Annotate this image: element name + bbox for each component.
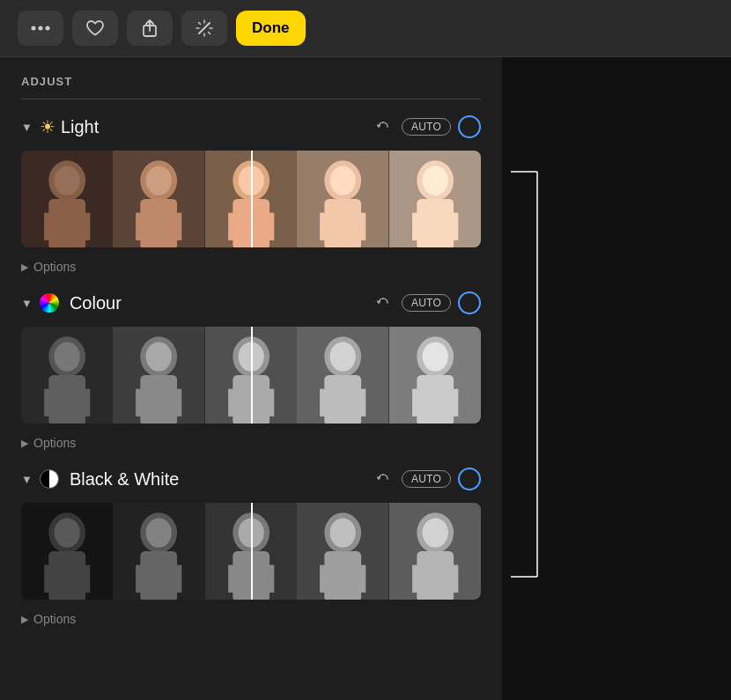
section-header-bw: ▼ Black & White AUTO — [21, 468, 481, 490]
share-button[interactable] — [127, 11, 173, 46]
thumb-bw-1[interactable] — [21, 503, 113, 600]
svg-rect-63 — [257, 389, 274, 416]
more-options-button[interactable] — [18, 11, 63, 46]
toggle-colour[interactable] — [458, 291, 481, 314]
options-bw[interactable]: ▶ Options — [21, 612, 481, 626]
section-title-light: Light — [61, 117, 366, 137]
options-bw-chevron: ▶ — [21, 614, 28, 625]
options-light[interactable]: ▶ Options — [21, 260, 481, 274]
thumb-colour-1[interactable] — [21, 327, 113, 424]
panel-title: ADJUST — [21, 75, 481, 88]
svg-rect-105 — [297, 503, 388, 600]
svg-point-1 — [39, 26, 43, 31]
options-bw-label: Options — [33, 612, 76, 626]
thumb-bw-2[interactable] — [113, 503, 204, 600]
reset-light-button[interactable] — [372, 115, 395, 138]
svg-line-9 — [199, 23, 201, 25]
svg-rect-29 — [257, 213, 274, 240]
svg-rect-51 — [21, 327, 113, 424]
options-colour[interactable]: ▶ Options — [21, 436, 481, 450]
section-header-colour: ▼ Colour AUTO — [21, 291, 481, 314]
thumb-bw-4[interactable] — [297, 503, 388, 600]
svg-rect-71 — [297, 327, 388, 424]
thumb-light-1[interactable] — [21, 151, 113, 247]
svg-rect-112 — [389, 503, 481, 600]
svg-rect-96 — [228, 565, 245, 593]
section-bw: ▼ Black & White AUTO — [21, 468, 481, 626]
thumb-light-4[interactable] — [297, 151, 388, 247]
svg-point-2 — [46, 26, 50, 31]
section-header-light: ▼ ☀ Light AUTO — [21, 115, 481, 138]
reset-bw-button[interactable] — [372, 468, 395, 490]
thumb-colour-2[interactable] — [113, 327, 204, 424]
section-controls-bw: AUTO — [372, 468, 481, 490]
options-colour-label: Options — [33, 436, 76, 450]
svg-point-0 — [32, 26, 36, 31]
chevron-light[interactable]: ▼ — [21, 121, 33, 134]
auto-bw-button[interactable]: AUTO — [402, 470, 451, 488]
svg-rect-78 — [389, 327, 481, 424]
image-strip-bw — [21, 503, 481, 600]
bw-icon — [40, 469, 59, 489]
thumb-colour-5[interactable] — [389, 327, 481, 424]
svg-rect-97 — [257, 565, 274, 593]
toggle-bw[interactable] — [458, 468, 481, 490]
section-title-colour: Colour — [70, 293, 366, 313]
thumb-light-2[interactable] — [113, 151, 204, 247]
toggle-light[interactable] — [458, 115, 481, 138]
image-strip-colour — [21, 327, 481, 424]
thumb-bw-5[interactable] — [389, 503, 481, 600]
svg-rect-17 — [21, 151, 113, 247]
panel-divider — [21, 99, 481, 99]
right-panel — [502, 57, 731, 700]
adjust-panel: ADJUST ▼ ☀ Light AUTO — [0, 57, 502, 700]
options-colour-chevron: ▶ — [21, 438, 28, 449]
toolbar: Done — [0, 0, 731, 57]
chevron-colour[interactable]: ▼ — [21, 297, 33, 310]
thumb-colour-4[interactable] — [297, 327, 388, 424]
reset-colour-button[interactable] — [372, 291, 395, 314]
chevron-bw[interactable]: ▼ — [21, 473, 33, 486]
svg-rect-58 — [113, 327, 204, 424]
favorite-button[interactable] — [72, 11, 118, 46]
thumb-light-3[interactable] — [205, 151, 297, 247]
svg-rect-44 — [389, 151, 481, 247]
svg-rect-85 — [21, 503, 113, 600]
svg-rect-37 — [297, 151, 388, 247]
svg-rect-62 — [228, 389, 245, 416]
main-area: ADJUST ▼ ☀ Light AUTO — [0, 57, 731, 700]
magic-button[interactable] — [181, 11, 227, 46]
image-strip-light — [21, 151, 481, 247]
svg-line-10 — [209, 33, 210, 34]
thumb-light-5[interactable] — [389, 151, 481, 247]
svg-rect-92 — [113, 503, 204, 600]
section-controls-light: AUTO — [372, 115, 481, 138]
section-controls-colour: AUTO — [372, 291, 481, 314]
done-button[interactable]: Done — [236, 11, 306, 46]
auto-colour-button[interactable]: AUTO — [402, 294, 451, 312]
svg-rect-24 — [113, 151, 204, 247]
auto-light-button[interactable]: AUTO — [402, 118, 451, 136]
options-light-chevron: ▶ — [21, 262, 28, 273]
section-colour: ▼ Colour AUTO — [21, 291, 481, 450]
thumb-bw-3[interactable] — [205, 503, 297, 600]
bracket-annotation — [502, 163, 731, 586]
thumb-colour-3[interactable] — [205, 327, 297, 424]
options-light-label: Options — [33, 260, 76, 274]
sun-icon: ☀ — [40, 116, 55, 137]
colour-icon — [40, 293, 59, 313]
section-light: ▼ ☀ Light AUTO — [21, 115, 481, 274]
svg-rect-28 — [228, 213, 245, 240]
section-title-bw: Black & White — [70, 469, 366, 490]
